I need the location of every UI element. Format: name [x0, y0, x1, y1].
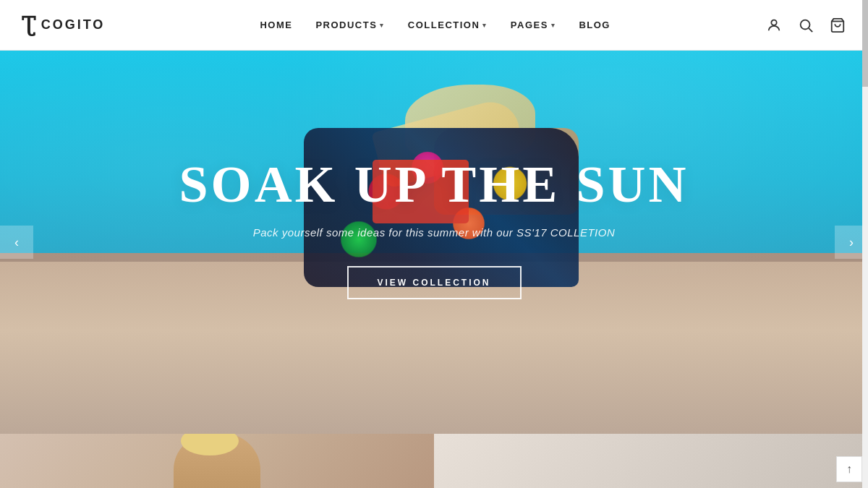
search-icon[interactable] [797, 17, 814, 34]
svg-point-1 [801, 20, 810, 29]
nav-item-blog[interactable]: BLOG [579, 20, 610, 30]
svg-point-0 [771, 20, 776, 25]
strip-item-1 [0, 434, 434, 488]
strip-figure [174, 434, 260, 488]
nav-item-collection[interactable]: COLLECTION ▾ [408, 20, 488, 30]
nav-item-pages[interactable]: PAGES ▾ [511, 20, 556, 30]
chevron-down-icon: ▾ [380, 22, 385, 29]
hero-subtitle: Pack yourself some ideas for this summer… [253, 226, 616, 239]
site-header: Ʈ COGITO HOME PRODUCTS ▾ COLLECTION ▾ PA… [0, 0, 868, 51]
view-collection-button[interactable]: VIEW COLLECTION [347, 266, 522, 299]
chevron-down-icon: ▾ [482, 22, 488, 29]
nav-item-products[interactable]: PRODUCTS ▾ [315, 20, 384, 30]
hero-content: SOAK UP THE SUN Pack yourself some ideas… [0, 51, 868, 434]
logo-text: COGITO [41, 17, 106, 33]
hero-title: SOAK UP THE SUN [179, 156, 689, 213]
svg-line-2 [809, 28, 812, 32]
chevron-left-icon: ‹ [14, 235, 19, 250]
chevron-down-icon: ▾ [551, 22, 556, 29]
logo-icon: Ʈ [22, 13, 35, 37]
scrollbar-thumb[interactable] [862, 0, 868, 87]
scroll-to-top-button[interactable]: ↑ [836, 456, 862, 482]
nav-list: HOME PRODUCTS ▾ COLLECTION ▾ PAGES ▾ BLO… [260, 20, 610, 30]
strip-item-2 [434, 434, 868, 488]
logo[interactable]: Ʈ COGITO [22, 13, 105, 37]
slider-prev-button[interactable]: ‹ [0, 226, 33, 259]
main-nav: HOME PRODUCTS ▾ COLLECTION ▾ PAGES ▾ BLO… [260, 20, 610, 30]
header-icons [765, 17, 846, 34]
bottom-strip [0, 434, 868, 488]
nav-item-home[interactable]: HOME [260, 20, 292, 30]
account-icon[interactable] [765, 17, 783, 34]
chevron-right-icon: › [849, 235, 854, 250]
hero-slider: SOAK UP THE SUN Pack yourself some ideas… [0, 51, 868, 434]
scrollbar[interactable] [862, 0, 868, 488]
cart-icon[interactable] [829, 17, 846, 34]
